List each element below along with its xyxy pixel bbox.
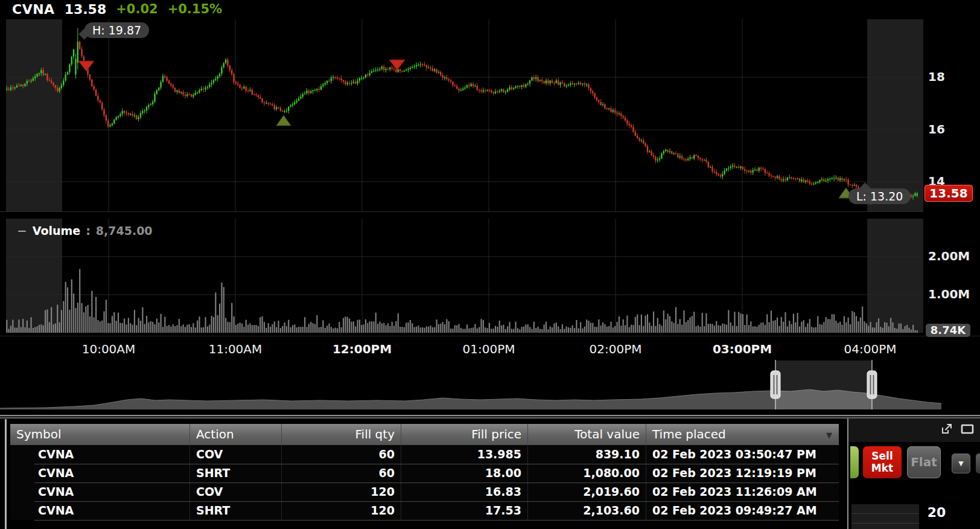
ladder-row[interactable] [851, 504, 919, 514]
row-separator [34, 520, 839, 521]
sell-mkt-button-line2: Mkt [863, 462, 902, 474]
col-header-fill-qty[interactable]: Fill qty [282, 424, 401, 445]
table-header-caret-icon[interactable]: ▼ [826, 431, 832, 440]
cell-fill_qty: 60 [282, 464, 401, 483]
low-tooltip: L: 13.20 [848, 188, 911, 204]
sell-mkt-button[interactable]: Sell Mkt [863, 446, 902, 478]
price-axis-tick: 18 [928, 69, 976, 84]
cell-fill_price: 18.00 [401, 464, 528, 483]
cell-time_placed: 02 Feb 2023 03:50:47 PM [646, 445, 839, 464]
cell-fill_price: 17.53 [401, 501, 528, 520]
panel-divider [0, 415, 980, 419]
ladder-size-value: 20 [921, 505, 952, 520]
volume-legend-label: Volume [33, 224, 80, 237]
fills-table-row[interactable]: CVNASHRT6018.001,080.0002 Feb 2023 12:19… [10, 464, 839, 483]
open-in-window-icon[interactable] [941, 423, 953, 437]
collapse-pane-icon[interactable]: − [17, 223, 27, 238]
cell-total_value: 839.10 [528, 445, 646, 464]
time-axis-tick: 11:00AM [209, 342, 262, 356]
cell-action: SHRT [190, 501, 282, 520]
price-ladder[interactable] [851, 504, 919, 529]
navigator-handle[interactable] [867, 371, 877, 399]
cell-fill_price: 13.985 [401, 445, 528, 464]
cell-symbol: CVNA [10, 464, 190, 483]
time-axis-tick: 03:00PM [713, 342, 772, 356]
cell-action: COV [190, 445, 282, 464]
sell-fill-marker [78, 61, 94, 71]
fills-table: Symbol Action Fill qty Fill price Total … [10, 424, 839, 520]
row-separator [34, 483, 839, 483]
buy-mkt-button-partial[interactable] [850, 446, 859, 478]
cell-time_placed: 02 Feb 2023 09:49:27 AM [646, 501, 839, 520]
row-separator [34, 464, 839, 464]
volume-axis-tick: 1.00M [928, 287, 976, 301]
maximize-icon[interactable] [961, 423, 974, 437]
cell-symbol: CVNA [10, 501, 190, 520]
flat-button[interactable]: Flat [907, 446, 941, 478]
fills-table-row[interactable]: CVNACOV6013.985839.1002 Feb 2023 03:50:4… [10, 445, 839, 464]
navigator-handle[interactable] [771, 371, 780, 399]
cell-total_value: 1,080.00 [528, 464, 646, 483]
cell-time_placed: 02 Feb 2023 12:19:19 PM [646, 464, 839, 483]
cell-fill_price: 16.83 [401, 483, 528, 501]
ladder-row[interactable] [851, 514, 919, 524]
volume-legend: − Volume : 8,745.00 [17, 223, 153, 238]
order-type-dropdown[interactable]: ▼ [952, 454, 970, 473]
buy-fill-marker [276, 115, 291, 126]
time-axis-tick: 10:00AM [82, 342, 136, 356]
cell-fill_qty: 120 [282, 483, 401, 501]
cell-fill_qty: 60 [282, 445, 401, 464]
col-header-fill-price[interactable]: Fill price [401, 424, 528, 445]
volume-axis-tick: 2.00M [928, 249, 976, 263]
last-price-badge: 13.58 [924, 185, 973, 202]
cell-total_value: 2,103.60 [528, 501, 646, 520]
fills-table-row[interactable]: CVNASHRT12017.532,103.6002 Feb 2023 09:4… [10, 501, 839, 520]
high-tooltip: H: 19.87 [84, 22, 149, 38]
cell-time_placed: 02 Feb 2023 11:26:09 AM [646, 483, 839, 501]
time-axis-tick: 12:00PM [332, 342, 392, 356]
chevron-down-icon: ▼ [958, 460, 963, 467]
time-axis-tick: 01:00PM [463, 342, 515, 356]
cell-total_value: 2,019.60 [528, 483, 646, 501]
col-header-action[interactable]: Action [190, 424, 282, 445]
price-axis-tick: 16 [928, 122, 976, 136]
cell-symbol: CVNA [10, 445, 190, 464]
fills-table-header: Symbol Action Fill qty Fill price Total … [10, 424, 839, 445]
current-volume-badge: 8.74K [926, 324, 970, 337]
bottom-panel-left-edge [5, 419, 7, 529]
cell-symbol: CVNA [10, 483, 190, 501]
volume-legend-value: 8,745.00 [96, 224, 153, 237]
cell-action: COV [190, 483, 282, 501]
order-panel-titlebar [848, 418, 980, 442]
sell-mkt-button-line1: Sell [863, 450, 902, 462]
col-header-symbol[interactable]: Symbol [10, 424, 190, 445]
trading-app: CVNA 13.58 +0.02 +0.15% H: 19.87 L: 13.2… [0, 0, 980, 529]
col-header-total-value[interactable]: Total value [528, 424, 646, 445]
time-axis-tick: 04:00PM [844, 342, 897, 356]
row-separator [34, 501, 839, 502]
clipped-button-partial[interactable] [976, 454, 980, 473]
col-header-time-placed[interactable]: Time placed [646, 424, 839, 445]
volume-legend-separator: : [86, 224, 91, 237]
fills-table-row[interactable]: CVNACOV12016.832,019.6002 Feb 2023 11:26… [10, 483, 839, 501]
time-axis-tick: 02:00PM [590, 342, 642, 356]
cell-fill_qty: 120 [282, 501, 401, 520]
cell-action: SHRT [190, 464, 282, 483]
